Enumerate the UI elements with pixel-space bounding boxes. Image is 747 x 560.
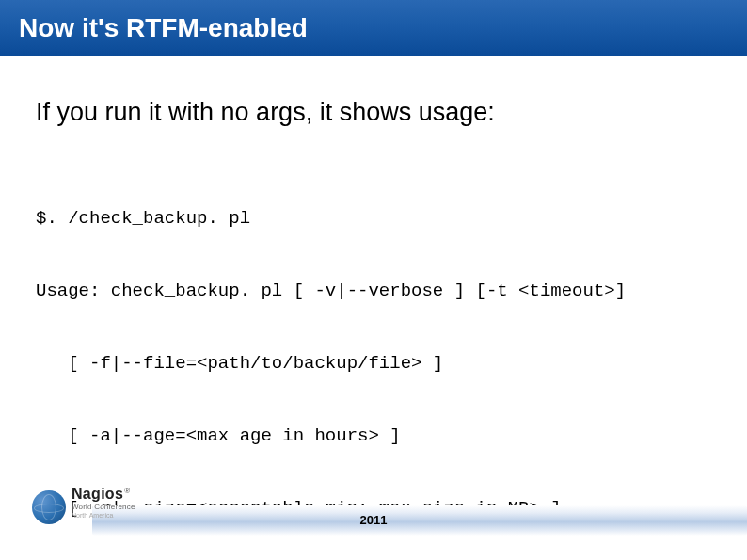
code-line: $. /check_backup. pl xyxy=(36,207,711,232)
code-line: [ -f|--file=<path/to/backup/file> ] xyxy=(36,352,711,376)
nagios-logo: Nagios® World Conference North America xyxy=(32,487,145,539)
code-line: [ -a|--age=<max age in hours> ] xyxy=(36,424,711,449)
logo-name: Nagios® xyxy=(72,487,135,502)
slide-title: Now it's RTFM-enabled xyxy=(19,13,308,43)
slide-footer: 2011 Nagios® World Conference North Amer… xyxy=(0,485,747,543)
title-bar: Now it's RTFM-enabled xyxy=(0,0,747,56)
logo-text: Nagios® World Conference North America xyxy=(72,487,135,519)
slide-subtitle: If you run it with no args, it shows usa… xyxy=(36,98,711,127)
logo-subtitle2: North America xyxy=(72,512,135,519)
globe-icon xyxy=(32,490,66,524)
footer-year: 2011 xyxy=(360,513,388,527)
logo-subtitle: World Conference xyxy=(72,504,135,511)
code-line: Usage: check_backup. pl [ -v|--verbose ]… xyxy=(36,280,711,304)
footer-bar xyxy=(92,505,747,536)
